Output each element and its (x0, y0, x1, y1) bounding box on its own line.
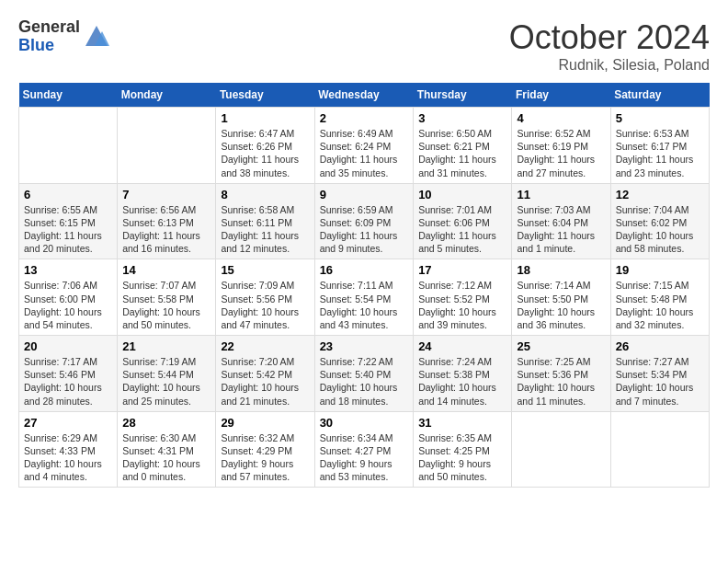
day-info: Sunrise: 7:24 AMSunset: 5:38 PMDaylight:… (418, 355, 506, 408)
calendar-cell: 15Sunrise: 7:09 AMSunset: 5:56 PMDayligh… (216, 259, 314, 336)
day-info: Sunrise: 7:11 AMSunset: 5:54 PMDaylight:… (320, 279, 409, 331)
calendar-table: SundayMondayTuesdayWednesdayThursdayFrid… (18, 83, 710, 488)
day-number: 6 (24, 188, 112, 201)
day-number: 23 (320, 339, 409, 353)
day-number: 19 (616, 263, 704, 277)
calendar-cell: 20Sunrise: 7:17 AMSunset: 5:46 PMDayligh… (19, 336, 118, 412)
day-number: 13 (24, 263, 112, 277)
day-info: Sunrise: 7:17 AMSunset: 5:46 PMDaylight:… (24, 355, 112, 408)
logo-icon (84, 24, 109, 50)
calendar-cell: 9Sunrise: 6:59 AMSunset: 6:09 PMDaylight… (314, 183, 414, 259)
day-info: Sunrise: 6:32 AMSunset: 4:29 PMDaylight:… (221, 431, 309, 484)
weekday-header: Saturday (610, 83, 709, 108)
day-info: Sunrise: 7:01 AMSunset: 6:06 PMDaylight:… (418, 203, 506, 256)
day-info: Sunrise: 7:15 AMSunset: 5:48 PMDaylight:… (616, 279, 704, 331)
day-number: 26 (616, 339, 704, 353)
calendar-cell: 8Sunrise: 6:58 AMSunset: 6:11 PMDaylight… (216, 183, 314, 259)
calendar-cell: 4Sunrise: 6:52 AMSunset: 6:19 PMDaylight… (512, 108, 610, 184)
calendar-cell: 16Sunrise: 7:11 AMSunset: 5:54 PMDayligh… (314, 259, 414, 336)
weekday-header: Thursday (414, 83, 512, 108)
day-info: Sunrise: 6:49 AMSunset: 6:24 PMDaylight:… (320, 127, 409, 179)
weekday-header: Sunday (19, 83, 118, 108)
logo-text: General Blue (18, 18, 80, 55)
day-number: 9 (320, 188, 409, 201)
day-number: 31 (418, 416, 506, 430)
day-info: Sunrise: 7:03 AMSunset: 6:04 PMDaylight:… (517, 203, 605, 256)
day-info: Sunrise: 7:20 AMSunset: 5:42 PMDaylight:… (221, 355, 309, 408)
day-number: 1 (221, 111, 309, 125)
day-info: Sunrise: 6:47 AMSunset: 6:26 PMDaylight:… (221, 127, 309, 179)
calendar-cell (19, 108, 118, 184)
calendar-cell: 19Sunrise: 7:15 AMSunset: 5:48 PMDayligh… (610, 259, 709, 336)
calendar-cell: 14Sunrise: 7:07 AMSunset: 5:58 PMDayligh… (118, 259, 216, 336)
day-info: Sunrise: 6:50 AMSunset: 6:21 PMDaylight:… (418, 127, 506, 179)
day-info: Sunrise: 7:27 AMSunset: 5:34 PMDaylight:… (616, 355, 704, 408)
calendar-cell: 13Sunrise: 7:06 AMSunset: 6:00 PMDayligh… (19, 259, 118, 336)
calendar-cell: 27Sunrise: 6:29 AMSunset: 4:33 PMDayligh… (19, 411, 118, 488)
day-info: Sunrise: 7:04 AMSunset: 6:02 PMDaylight:… (616, 203, 704, 256)
calendar-cell: 6Sunrise: 6:55 AMSunset: 6:15 PMDaylight… (19, 183, 118, 259)
page-header: General Blue October 2024 Rudnik, Silesi… (18, 18, 710, 74)
calendar-cell: 26Sunrise: 7:27 AMSunset: 5:34 PMDayligh… (610, 336, 709, 412)
calendar-cell: 18Sunrise: 7:14 AMSunset: 5:50 PMDayligh… (512, 259, 610, 336)
day-info: Sunrise: 7:09 AMSunset: 5:56 PMDaylight:… (221, 279, 309, 331)
logo: General Blue (18, 18, 109, 55)
calendar-cell: 11Sunrise: 7:03 AMSunset: 6:04 PMDayligh… (512, 183, 610, 259)
title-block: October 2024 Rudnik, Silesia, Poland (509, 18, 710, 74)
calendar-cell: 10Sunrise: 7:01 AMSunset: 6:06 PMDayligh… (414, 183, 512, 259)
day-info: Sunrise: 7:07 AMSunset: 5:58 PMDaylight:… (122, 279, 210, 331)
day-info: Sunrise: 7:22 AMSunset: 5:40 PMDaylight:… (320, 355, 409, 408)
calendar-cell: 12Sunrise: 7:04 AMSunset: 6:02 PMDayligh… (610, 183, 709, 259)
day-info: Sunrise: 6:53 AMSunset: 6:17 PMDaylight:… (616, 127, 704, 179)
calendar-cell: 2Sunrise: 6:49 AMSunset: 6:24 PMDaylight… (314, 108, 414, 184)
day-info: Sunrise: 6:59 AMSunset: 6:09 PMDaylight:… (320, 203, 409, 256)
day-info: Sunrise: 6:58 AMSunset: 6:11 PMDaylight:… (221, 203, 309, 256)
day-number: 16 (320, 263, 409, 277)
day-number: 21 (122, 339, 210, 353)
day-number: 11 (517, 188, 605, 201)
calendar-cell: 22Sunrise: 7:20 AMSunset: 5:42 PMDayligh… (216, 336, 314, 412)
day-info: Sunrise: 7:12 AMSunset: 5:52 PMDaylight:… (418, 279, 506, 331)
day-number: 27 (24, 416, 112, 430)
calendar-cell: 17Sunrise: 7:12 AMSunset: 5:52 PMDayligh… (414, 259, 512, 336)
calendar-cell: 21Sunrise: 7:19 AMSunset: 5:44 PMDayligh… (118, 336, 216, 412)
weekday-header: Tuesday (216, 83, 314, 108)
day-number: 10 (418, 188, 506, 201)
day-number: 14 (122, 263, 210, 277)
day-number: 12 (616, 188, 704, 201)
calendar-cell: 5Sunrise: 6:53 AMSunset: 6:17 PMDaylight… (610, 108, 709, 184)
weekday-header: Monday (118, 83, 216, 108)
day-number: 30 (320, 416, 409, 430)
month-title: October 2024 (509, 18, 710, 57)
day-number: 7 (122, 188, 210, 201)
day-number: 18 (517, 263, 605, 277)
logo-general: General (18, 18, 80, 37)
day-number: 2 (320, 111, 409, 125)
day-number: 4 (517, 111, 605, 125)
day-number: 8 (221, 188, 309, 201)
day-info: Sunrise: 6:56 AMSunset: 6:13 PMDaylight:… (122, 203, 210, 256)
day-info: Sunrise: 6:55 AMSunset: 6:15 PMDaylight:… (24, 203, 112, 256)
day-info: Sunrise: 7:06 AMSunset: 6:00 PMDaylight:… (24, 279, 112, 331)
calendar-cell: 7Sunrise: 6:56 AMSunset: 6:13 PMDaylight… (118, 183, 216, 259)
day-info: Sunrise: 7:14 AMSunset: 5:50 PMDaylight:… (517, 279, 605, 331)
day-number: 5 (616, 111, 704, 125)
day-number: 25 (517, 339, 605, 353)
calendar-cell (610, 411, 709, 488)
calendar-cell: 31Sunrise: 6:35 AMSunset: 4:25 PMDayligh… (414, 411, 512, 488)
calendar-cell (118, 108, 216, 184)
calendar-cell: 25Sunrise: 7:25 AMSunset: 5:36 PMDayligh… (512, 336, 610, 412)
day-info: Sunrise: 6:35 AMSunset: 4:25 PMDaylight:… (418, 431, 506, 484)
day-info: Sunrise: 6:34 AMSunset: 4:27 PMDaylight:… (320, 431, 409, 484)
logo-blue: Blue (18, 37, 80, 55)
calendar-cell: 3Sunrise: 6:50 AMSunset: 6:21 PMDaylight… (414, 108, 512, 184)
weekday-header: Friday (512, 83, 610, 108)
calendar-cell: 28Sunrise: 6:30 AMSunset: 4:31 PMDayligh… (118, 411, 216, 488)
day-number: 24 (418, 339, 506, 353)
day-number: 20 (24, 339, 112, 353)
day-number: 28 (122, 416, 210, 430)
weekday-header: Wednesday (314, 83, 414, 108)
calendar-cell (512, 411, 610, 488)
calendar-cell: 29Sunrise: 6:32 AMSunset: 4:29 PMDayligh… (216, 411, 314, 488)
day-info: Sunrise: 6:52 AMSunset: 6:19 PMDaylight:… (517, 127, 605, 179)
